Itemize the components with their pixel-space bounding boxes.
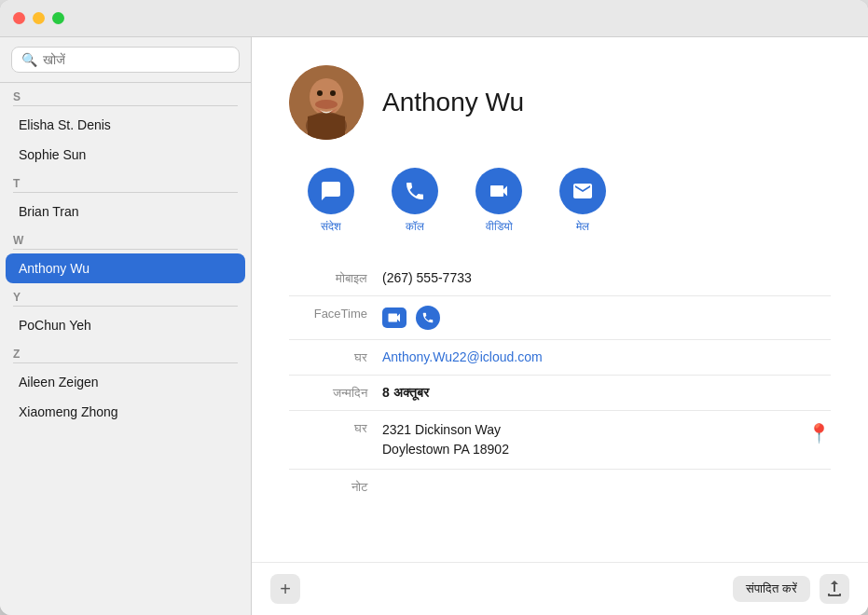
contact-name: Anthony Wu — [382, 88, 524, 117]
mobile-value[interactable]: (267) 555-7733 — [382, 270, 831, 285]
facetime-row: FaceTime — [289, 296, 831, 340]
main-content: 🔍 S Elisha St. Denis Sophie Sun T Brian … — [0, 37, 868, 615]
facetime-video-icon[interactable] — [382, 308, 406, 328]
svg-point-2 — [317, 90, 323, 96]
address-row: घर 2321 Dickinson WayDoylestown PA 18902… — [289, 411, 831, 470]
birthday-label: जन्मदिन — [289, 385, 382, 401]
video-label: वीडियो — [486, 220, 513, 233]
search-wrapper[interactable]: 🔍 — [11, 47, 240, 73]
mail-label: मेल — [576, 220, 589, 233]
section-header-y: Y — [0, 283, 251, 306]
call-label: कॉल — [406, 220, 424, 233]
contact-item-pochun[interactable]: PoChun Yeh — [6, 310, 245, 340]
section-divider-s — [13, 105, 238, 106]
contacts-list: S Elisha St. Denis Sophie Sun T Brian Tr… — [0, 83, 251, 615]
note-label: नोट — [289, 479, 382, 495]
svg-point-3 — [330, 90, 336, 96]
email-value[interactable]: Anthony.Wu22@icloud.com — [382, 349, 831, 364]
contacts-window: 🔍 S Elisha St. Denis Sophie Sun T Brian … — [0, 0, 868, 615]
section-t: T Brian Tran — [0, 170, 251, 226]
section-header-t: T — [0, 170, 251, 192]
section-divider-t — [13, 192, 238, 193]
minimize-button[interactable] — [33, 12, 45, 24]
contact-item-anthony[interactable]: Anthony Wu — [6, 253, 245, 283]
section-s: S Elisha St. Denis Sophie Sun — [0, 83, 251, 170]
mail-icon — [559, 168, 606, 214]
add-button[interactable]: + — [270, 574, 300, 604]
video-button[interactable]: वीडियो — [475, 168, 522, 233]
svg-point-1 — [310, 78, 343, 116]
section-header-w: W — [0, 226, 251, 249]
email-label: घर — [289, 349, 382, 365]
contact-item-sophie[interactable]: Sophie Sun — [6, 140, 245, 170]
section-y: Y PoChun Yeh — [0, 283, 251, 340]
mail-button[interactable]: मेल — [559, 168, 606, 233]
mobile-label: मोबाइल — [289, 270, 382, 286]
svg-point-4 — [315, 100, 338, 109]
section-header-s: S — [0, 83, 251, 105]
email-row: घर Anthony.Wu22@icloud.com — [289, 340, 831, 376]
detail-footer: + संपादित करें — [252, 562, 868, 615]
section-divider-y — [13, 306, 238, 307]
call-button[interactable]: कॉल — [392, 168, 438, 233]
footer-right: संपादित करें — [733, 574, 849, 604]
facetime-phone-icon[interactable] — [416, 306, 440, 330]
section-divider-w — [13, 249, 238, 250]
search-bar: 🔍 — [0, 37, 251, 83]
contact-item-aileen[interactable]: Aileen Zeigen — [6, 367, 245, 397]
address-label: घर — [289, 420, 382, 436]
note-row: नोट — [289, 470, 831, 504]
contact-item-xiaomeng[interactable]: Xiaomeng Zhong — [6, 397, 245, 427]
avatar-svg — [289, 65, 364, 140]
contact-item-elisha[interactable]: Elisha St. Denis — [6, 110, 245, 140]
info-section: मोबाइल (267) 555-7733 FaceTime — [289, 261, 831, 504]
birthday-value: 8 अक्तूबर — [382, 385, 831, 401]
video-icon — [475, 168, 522, 214]
message-label: संदेश — [321, 220, 341, 233]
search-input[interactable] — [43, 52, 229, 67]
sidebar: 🔍 S Elisha St. Denis Sophie Sun T Brian … — [0, 37, 252, 615]
birthday-row: जन्मदिन 8 अक्तूबर — [289, 376, 831, 411]
edit-button[interactable]: संपादित करें — [733, 576, 810, 602]
address-value[interactable]: 2321 Dickinson WayDoylestown PA 18902 — [382, 420, 807, 459]
avatar — [289, 65, 364, 140]
facetime-label: FaceTime — [289, 306, 382, 321]
contact-item-brian[interactable]: Brian Tran — [6, 197, 245, 226]
message-button[interactable]: संदेश — [308, 168, 354, 233]
section-header-z: Z — [0, 340, 251, 362]
action-buttons: संदेश कॉल वीडियो — [289, 168, 831, 233]
section-z: Z Aileen Zeigen Xiaomeng Zhong — [0, 340, 251, 427]
message-icon — [308, 168, 354, 214]
map-pin-icon[interactable]: 📍 — [807, 422, 831, 444]
share-button[interactable] — [820, 574, 849, 604]
mobile-row: मोबाइल (267) 555-7733 — [289, 261, 831, 296]
detail-panel: Anthony Wu संदेश कॉल — [252, 37, 868, 615]
maximize-button[interactable] — [52, 12, 64, 24]
section-w: W Anthony Wu — [0, 226, 251, 283]
search-icon: 🔍 — [21, 52, 37, 67]
detail-content: Anthony Wu संदेश कॉल — [252, 37, 868, 562]
section-divider-z — [13, 362, 238, 363]
facetime-icons — [382, 306, 440, 330]
contact-header: Anthony Wu — [289, 65, 831, 140]
call-icon — [392, 168, 438, 214]
titlebar — [0, 0, 868, 37]
close-button[interactable] — [13, 12, 25, 24]
